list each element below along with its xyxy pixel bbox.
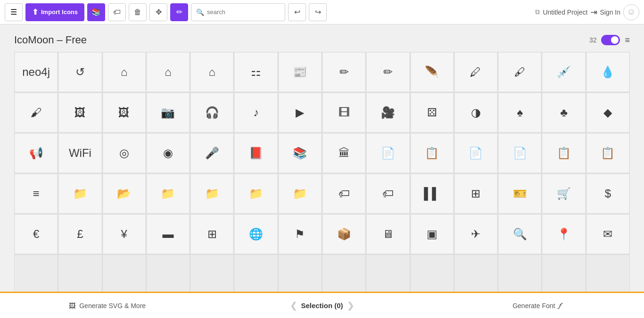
home-cell[interactable]: ⌂	[103, 52, 146, 92]
barcode-cell[interactable]: ▌▌	[411, 174, 454, 213]
files-cell[interactable]: 📄	[498, 133, 541, 173]
spades-cell[interactable]: ♠	[498, 93, 541, 132]
office-cell[interactable]: ⚏	[234, 52, 277, 92]
misc3-cell[interactable]: ▣	[411, 214, 454, 254]
folder-cell[interactable]: 📁	[58, 174, 101, 213]
ticket-cell[interactable]: 🎫	[498, 174, 541, 213]
pin-cell[interactable]: 📍	[542, 214, 585, 254]
search-input[interactable]	[207, 8, 280, 16]
file-text-cell[interactable]: 📄	[366, 133, 409, 173]
toggle-switch[interactable]	[601, 35, 620, 45]
empty-icon-cell[interactable]	[234, 255, 277, 294]
image-cell[interactable]: 🖼	[58, 93, 101, 132]
plane-cell[interactable]: ✈	[454, 214, 497, 254]
qrcode-cell[interactable]: ⊞	[454, 174, 497, 213]
home3-cell[interactable]: ⌂	[190, 52, 233, 92]
empty-icon-cell[interactable]	[542, 255, 585, 294]
undo-button[interactable]: ↩	[288, 3, 306, 21]
camera-cell[interactable]: 📷	[147, 93, 190, 132]
books-cell[interactable]: 📚	[279, 133, 322, 173]
coin-yen-cell[interactable]: ¥	[103, 214, 146, 254]
dice-cell[interactable]: ⚄	[411, 93, 454, 132]
eyedropper-cell[interactable]: 💉	[542, 52, 585, 92]
price-tags-cell[interactable]: 🏷	[366, 174, 409, 213]
tag-button[interactable]: 🏷	[108, 3, 126, 21]
clubs-cell[interactable]: ♣	[542, 93, 585, 132]
generate-svg-area[interactable]: 🖼 Generate SVG & More	[0, 302, 215, 305]
neo4j-cell[interactable]: neo4j	[15, 52, 58, 92]
pencil-cell[interactable]: ✏	[322, 52, 365, 92]
file-empty-cell[interactable]: 📄	[454, 133, 497, 173]
film-cell[interactable]: 🎞	[322, 93, 365, 132]
edit-button[interactable]: ✏	[170, 3, 188, 21]
droplet-cell[interactable]: 💧	[586, 52, 629, 92]
folder-plus-cell[interactable]: 📁	[147, 174, 190, 213]
import-icons-button[interactable]: ⬆ Import Icons	[25, 3, 84, 21]
copy-cell[interactable]: 📋	[542, 133, 585, 173]
stack-cell[interactable]: ≡	[15, 174, 58, 213]
search-cell[interactable]: 🔍	[498, 214, 541, 254]
library-button[interactable]: 📚	[87, 3, 105, 21]
coin-pound-cell[interactable]: £	[58, 214, 101, 254]
generate-font-area[interactable]: Generate Font 𝑓	[429, 302, 644, 304]
cart-cell[interactable]: 🛒	[542, 174, 585, 213]
globe-cell[interactable]: 🌐	[234, 214, 277, 254]
images-cell[interactable]: 🖼	[103, 93, 146, 132]
coin-dollar-cell[interactable]: $	[586, 174, 629, 213]
headphones-cell[interactable]: 🎧	[190, 93, 233, 132]
menu-button[interactable]: ☰	[5, 3, 23, 21]
play-cell[interactable]: ▶	[279, 93, 322, 132]
folder-dl-cell[interactable]: 📁	[234, 174, 277, 213]
price-tag-cell[interactable]: 🏷	[322, 174, 365, 213]
empty-icon-cell[interactable]	[15, 255, 58, 294]
bullhorn-cell[interactable]: 📢	[15, 133, 58, 173]
library-cell[interactable]: 🏛	[322, 133, 365, 173]
pencil2-cell[interactable]: ✏	[366, 52, 409, 92]
pen-cell[interactable]: 🖊	[454, 52, 497, 92]
empty-icon-cell[interactable]	[322, 255, 365, 294]
pacman-cell[interactable]: ◑	[454, 93, 497, 132]
profile-cell[interactable]: 📋	[411, 133, 454, 173]
empty-icon-cell[interactable]	[454, 255, 497, 294]
envelope-cell[interactable]: ✉	[586, 214, 629, 254]
coin-euro-cell[interactable]: €	[15, 214, 58, 254]
misc2-cell[interactable]: ⊞	[190, 214, 233, 254]
folder-minus-cell[interactable]: 📁	[190, 174, 233, 213]
podcast-cell[interactable]: ◎	[103, 133, 146, 173]
empty-icon-cell[interactable]	[586, 255, 629, 294]
left-arrow-icon[interactable]: ❮	[290, 301, 297, 305]
box-cell[interactable]: 📦	[322, 214, 365, 254]
move-button[interactable]: ✥	[149, 3, 167, 21]
wifi-cell[interactable]: WiFi	[58, 133, 101, 173]
redo-button[interactable]: ↪	[309, 3, 327, 21]
pen2-cell[interactable]: 🖋	[498, 52, 541, 92]
mic-cell[interactable]: 🎤	[190, 133, 233, 173]
empty-icon-cell[interactable]	[411, 255, 454, 294]
screen-cell[interactable]: 🖥	[366, 214, 409, 254]
feed-cell[interactable]: ◉	[147, 133, 190, 173]
folder-ul-cell[interactable]: 📁	[279, 174, 322, 213]
empty-icon-cell[interactable]	[279, 255, 322, 294]
misc1-cell[interactable]: ▬	[147, 214, 190, 254]
list-view-button[interactable]: ≡	[625, 35, 630, 45]
newspaper-cell[interactable]: 📰	[279, 52, 322, 92]
empty-icon-cell[interactable]	[58, 255, 101, 294]
empty-icon-cell[interactable]	[498, 255, 541, 294]
quill-cell[interactable]: 🪶	[411, 52, 454, 92]
flag-cell[interactable]: ⚑	[279, 214, 322, 254]
diamond-cell[interactable]: ◆	[586, 93, 629, 132]
empty-icon-cell[interactable]	[366, 255, 409, 294]
folder-open-cell[interactable]: 📂	[103, 174, 146, 213]
delete-button[interactable]: 🗑	[129, 3, 147, 21]
music-cell[interactable]: ♪	[234, 93, 277, 132]
history-cell[interactable]: ↺	[58, 52, 101, 92]
copy2-cell[interactable]: 📋	[586, 133, 629, 173]
empty-icon-cell[interactable]	[147, 255, 190, 294]
home2-cell[interactable]: ⌂	[147, 52, 190, 92]
paint-cell[interactable]: 🖌	[15, 93, 58, 132]
empty-icon-cell[interactable]	[103, 255, 146, 294]
book-cell[interactable]: 📕	[234, 133, 277, 173]
video-cam-cell[interactable]: 🎥	[366, 93, 409, 132]
right-arrow-icon[interactable]: ❯	[347, 301, 354, 305]
empty-icon-cell[interactable]	[190, 255, 233, 294]
